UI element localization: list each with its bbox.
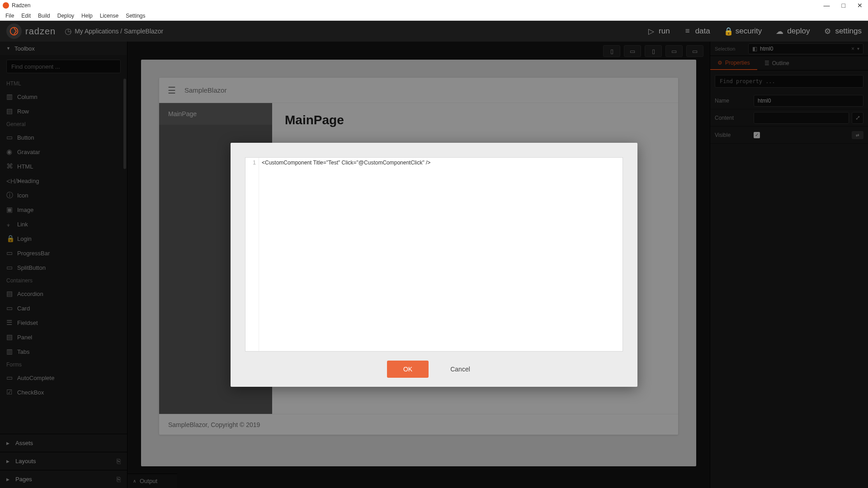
gear-icon: ⚙ xyxy=(823,27,831,36)
menu-settings[interactable]: Settings xyxy=(122,12,149,20)
editor-code[interactable]: <CustomComponent Title="Test" Click="@Cu… xyxy=(259,158,623,351)
menu-file[interactable]: File xyxy=(2,12,18,20)
play-icon: ▷ xyxy=(647,27,655,36)
breadcrumb[interactable]: My Applications / SampleBlazor xyxy=(75,28,163,35)
dashboard-icon[interactable]: ◷ xyxy=(65,26,72,36)
menu-help[interactable]: Help xyxy=(78,12,96,20)
menu-bar: File Edit Build Deploy Help License Sett… xyxy=(0,11,868,21)
content-editor-modal: 1 <CustomComponent Title="Test" Click="@… xyxy=(231,143,637,387)
window-minimize-icon[interactable]: — xyxy=(824,2,830,9)
run-button[interactable]: ▷run xyxy=(647,27,670,36)
ok-button[interactable]: OK xyxy=(387,361,429,378)
brand-text: radzen xyxy=(25,26,56,37)
window-maximize-icon[interactable]: □ xyxy=(842,2,845,9)
window-title: Radzen xyxy=(12,2,30,9)
deploy-button[interactable]: ☁deploy xyxy=(775,27,810,36)
window-close-icon[interactable]: ✕ xyxy=(857,2,863,9)
cloud-icon: ☁ xyxy=(775,27,783,36)
editor-gutter: 1 xyxy=(245,158,259,351)
brand-logo-icon xyxy=(6,23,22,39)
menu-build[interactable]: Build xyxy=(34,12,54,20)
menu-edit[interactable]: Edit xyxy=(18,12,34,20)
lock-icon: 🔒 xyxy=(724,27,732,36)
menu-deploy[interactable]: Deploy xyxy=(54,12,78,20)
code-editor[interactable]: 1 <CustomComponent Title="Test" Click="@… xyxy=(245,157,623,352)
settings-button[interactable]: ⚙settings xyxy=(823,27,862,36)
menu-license[interactable]: License xyxy=(96,12,122,20)
database-icon: ≡ xyxy=(684,27,692,36)
data-button[interactable]: ≡data xyxy=(684,27,710,36)
cancel-button[interactable]: Cancel xyxy=(439,361,481,378)
window-titlebar: Radzen — □ ✕ xyxy=(0,0,868,11)
app-icon xyxy=(3,2,9,9)
security-button[interactable]: 🔒security xyxy=(724,27,762,36)
app-header: radzen ◷ My Applications / SampleBlazor … xyxy=(0,21,868,42)
